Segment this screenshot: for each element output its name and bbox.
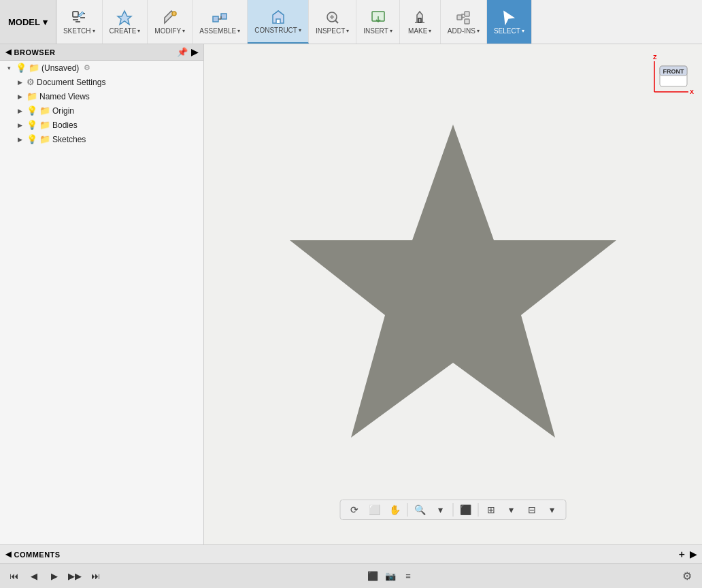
toolbar-group-construct[interactable]: CONSTRUCT▾ [248,0,309,44]
svg-rect-2 [213,16,218,22]
svg-rect-7 [457,15,462,20]
view-cube[interactable]: Z X FRONT [648,51,695,99]
svg-rect-8 [465,12,469,16]
zoom-button[interactable]: 🔍 [411,502,430,518]
lightbulb-bodies-icon: 💡 [27,120,37,130]
model-button[interactable]: MODEL ▾ [0,0,56,44]
insert-label: INSERT▾ [363,27,392,35]
construct-label: CONSTRUCT▾ [254,27,301,34]
svg-rect-6 [418,18,421,22]
sidebar-item-document[interactable]: ▾ 💡 📁 (Unsaved) ⚙ [0,61,203,75]
gear-settings-button[interactable]: ⚙ [678,567,697,586]
toolbar-group-inspect[interactable]: INSPECT▾ [309,0,356,44]
expand-document-icon[interactable]: ▾ [4,63,14,73]
browser-expand-icon[interactable]: ▶ [191,47,199,57]
toolbar-group-select[interactable]: SELECT▾ [487,0,532,44]
toolbar-group-addins[interactable]: ADD-INS▾ [441,0,487,44]
timeline-play-button[interactable]: ▶ [46,568,63,585]
expand-sketches-icon[interactable]: ▶ [15,135,24,144]
assemble-label: ASSEMBLE▾ [199,27,240,35]
folder-named-views-icon: 📁 [27,91,37,101]
make-label: MAKE▾ [408,27,431,35]
bodies-label: Bodies [52,120,78,130]
sidebar-item-origin[interactable]: ▶ 💡 📁 Origin [0,103,203,118]
sidebar-item-sketches[interactable]: ▶ 💡 📁 Sketches [0,132,203,146]
grid-button[interactable]: ⊞ [482,502,501,518]
toolbar-group-insert[interactable]: INSERT▾ [356,0,400,44]
vp-divider-1 [407,503,408,517]
viewports-button[interactable]: ⊟ [522,502,541,518]
folder-sketches-icon: 📁 [39,134,50,144]
modify-icon [162,10,178,26]
timeline-camera-icon[interactable]: 📷 [383,569,398,584]
sketch-icon [71,10,87,26]
sidebar-item-named-views[interactable]: ▶ 📁 Named Views [0,89,203,103]
timeline-step-forward-button[interactable]: ▶▶ [67,568,83,585]
grid-caret-button[interactable]: ▾ [502,502,521,518]
document-settings-icon: ⚙ [84,63,90,72]
toolbar-group-make[interactable]: MAKE▾ [400,0,441,44]
create-label: CREATE▾ [110,27,141,35]
fit-to-screen-button[interactable]: ⬜ [365,502,384,518]
svg-rect-0 [73,12,78,17]
sidebar-item-document-settings[interactable]: ▶ ⚙ Document Settings [0,75,203,89]
star-polygon [290,125,616,438]
display-mode-button[interactable]: ⬛ [456,502,475,518]
svg-text:Z: Z [653,54,657,61]
pan-button[interactable]: ✋ [386,502,405,518]
sidebar-item-bodies[interactable]: ▶ 💡 📁 Bodies [0,118,203,132]
comments-label: COMMENTS [14,551,61,559]
expand-doc-settings-icon[interactable]: ▶ [15,78,24,87]
select-icon [501,10,517,26]
star-shape-container [204,44,702,544]
browser-header: ◀ BROWSER 📌 ▶ [0,44,203,61]
timeline-bar: ⏮ ◀ ▶ ▶▶ ⏭ ⬛ 📷 ≡ ⚙ [0,564,702,588]
sketches-label: Sketches [52,135,86,144]
sketch-caret: ▾ [93,28,95,34]
model-caret: ▾ [43,17,48,27]
folder-origin-icon: 📁 [39,105,50,116]
view-cube-svg: Z X FRONT [648,51,695,99]
browser-collapse-icon[interactable]: ◀ [5,48,12,56]
timeline-skip-start-button[interactable]: ⏮ [5,568,22,585]
timeline-skip-end-button[interactable]: ⏭ [87,568,103,585]
make-icon [412,10,428,26]
create-icon [116,10,133,26]
comments-collapse-icon[interactable]: ◀ [5,550,12,559]
toolbar-group-modify[interactable]: MODIFY▾ [148,0,193,44]
browser-label: BROWSER [14,48,56,56]
svg-text:FRONT: FRONT [663,68,684,75]
sketch-label: SKETCH▾ [63,27,95,35]
svg-text:X: X [690,88,694,95]
select-label: SELECT▾ [494,27,524,35]
star-svg [269,104,637,485]
toolbar-group-sketch[interactable]: SKETCH▾ [56,0,103,44]
named-views-label: Named Views [39,92,90,101]
comments-add-icon[interactable]: ＋ [677,549,687,561]
addins-label: ADD-INS▾ [448,27,480,35]
timeline-display-icon[interactable]: ⬛ [365,569,380,584]
insert-icon [370,10,386,26]
sidebar: ◀ BROWSER 📌 ▶ ▾ 💡 📁 (Unsaved) ⚙ ▶ ⚙ Docu [0,44,204,544]
viewport[interactable]: Z X FRONT ⟳ ⬜ ✋ 🔍 ▾ ⬛ ⊞ ▾ ⊟ ▾ [204,44,702,544]
viewports-caret-button[interactable]: ▾ [543,502,562,518]
timeline-list-icon[interactable]: ≡ [401,569,416,584]
orbit-button[interactable]: ⟳ [345,502,364,518]
folder-document-icon: 📁 [29,63,39,73]
browser-pin-icon[interactable]: 📌 [177,47,188,57]
toolbar-group-assemble[interactable]: ASSEMBLE▾ [193,0,248,44]
document-label: (Unsaved) [41,63,79,73]
expand-bodies-icon[interactable]: ▶ [15,120,24,130]
timeline-step-back-button[interactable]: ◀ [26,568,42,585]
comments-bar: ◀ COMMENTS ＋ ▶ [0,544,702,564]
expand-origin-icon[interactable]: ▶ [15,106,24,116]
sidebar-tree: ▾ 💡 📁 (Unsaved) ⚙ ▶ ⚙ Document Settings … [0,61,203,544]
toolbar-groups: SKETCH▾ CREATE▾ MODIFY▾ [56,0,702,44]
main-area: ◀ BROWSER 📌 ▶ ▾ 💡 📁 (Unsaved) ⚙ ▶ ⚙ Docu [0,44,702,544]
inspect-icon [324,10,341,26]
toolbar-group-create[interactable]: CREATE▾ [103,0,148,44]
comments-expand-icon[interactable]: ▶ [690,549,697,559]
zoom-caret-button[interactable]: ▾ [431,502,450,518]
gear-doc-settings-icon: ⚙ [27,77,35,87]
expand-named-views-icon[interactable]: ▶ [15,92,24,101]
